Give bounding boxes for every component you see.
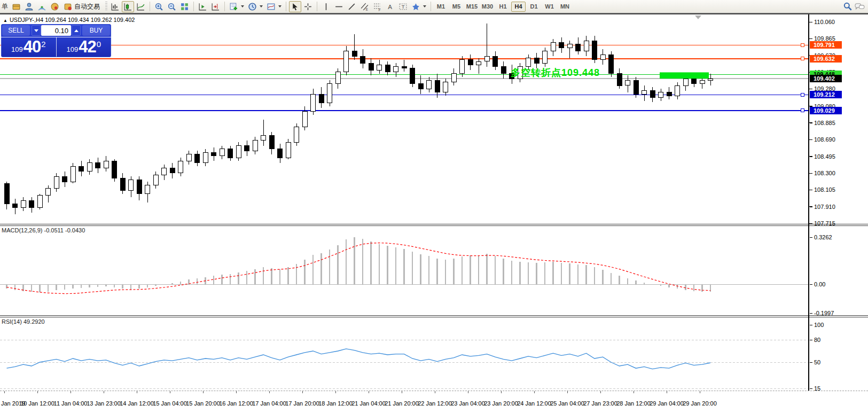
rsi-scale-label: 15 [814,385,820,392]
time-axis[interactable]: Jan 201910 Jan 12:0011 Jan 04:0013 Jan 2… [0,391,868,413]
volume-input[interactable]: 0.10 [41,25,71,36]
timeframe-button-mn[interactable]: MN [558,2,572,12]
level-line-handle[interactable] [801,43,804,46]
volume-decrease-button[interactable] [32,25,41,36]
periods-clock-icon[interactable] [246,1,259,12]
timeframe-button-m1[interactable]: M1 [434,2,448,12]
buy-price[interactable]: 109 42 0 [57,37,112,57]
text-label-icon[interactable]: T [397,1,409,12]
time-tick-mark [501,391,502,393]
new-order-partial-label[interactable]: 单 [0,2,10,11]
time-tick-mark [137,391,137,393]
zoom-out-icon[interactable] [166,1,178,12]
toolbar-right-group [841,1,866,12]
price-level-badge: 109.402 [810,75,842,82]
auto-trading-button[interactable]: 自动交易 [61,1,104,12]
buy-price-handle: 109 [66,45,78,53]
macd-indicator-label: MACD(12,26,9) -0.0511 -0.0430 [2,227,85,233]
pivot-annotation-text: 多空转折点109.448 [511,66,600,79]
time-axis-label: 15 Jan 04:00 [153,400,187,407]
signals-icon[interactable] [36,1,48,12]
order-book-icon[interactable] [10,1,22,12]
search-icon[interactable] [841,1,854,12]
timeframe-button-m5[interactable]: M5 [449,2,464,12]
timeframe-button-m15[interactable]: M15 [465,2,479,12]
rsi-panel-separator[interactable] [0,315,868,317]
price-tick-label: 107.715 [814,220,835,227]
bar-chart-icon[interactable] [109,1,121,12]
templates-icon[interactable] [265,1,277,12]
timeframe-button-w1[interactable]: W1 [542,2,557,12]
zoom-in-icon[interactable] [153,1,165,12]
price-level-badge: 109.029 [810,107,842,114]
horizontal-line-icon[interactable] [333,1,345,12]
chart-shift-icon[interactable] [209,1,222,12]
svg-text:A: A [388,3,392,10]
time-axis-label: 10 Jan 12:00 [20,400,54,407]
time-tick-mark [170,391,170,393]
level-line-handle[interactable] [801,109,804,112]
time-tick-mark [435,391,435,393]
arrows-dropdown-caret[interactable] [423,5,426,7]
timeframe-button-h1[interactable]: H1 [496,2,510,12]
text-tool-icon[interactable]: A [384,1,396,12]
time-tick-mark [667,391,667,393]
candlestick-chart-icon[interactable] [122,1,134,12]
chart-shift-marker-icon[interactable] [695,15,701,19]
tile-windows-icon[interactable] [178,1,191,12]
new-order-icon[interactable] [228,1,240,12]
timeframe-button-h4[interactable]: H4 [511,2,526,12]
highlight-zone[interactable] [660,72,709,79]
auto-trading-label: 自动交易 [73,2,101,11]
time-tick-mark [402,391,402,393]
toolbar-separator [193,2,194,11]
expand-triangle-icon[interactable]: ▲ [3,18,7,23]
timeframe-button-m30[interactable]: M30 [480,2,495,12]
auto-scroll-icon[interactable] [197,1,209,12]
trade-panel-price-row: 109 40 2 109 42 0 [1,37,111,57]
chart-canvas[interactable] [0,0,868,413]
trendline-icon[interactable] [346,1,358,12]
sell-price-pips: 40 [24,37,41,57]
price-axis-line [808,14,809,391]
level-line-handle[interactable] [801,93,804,96]
accounts-icon[interactable] [23,1,35,12]
time-tick-mark [302,391,303,393]
level-line-handle[interactable] [801,57,804,60]
time-tick-mark [600,391,601,393]
macd-panel-separator[interactable] [0,224,868,226]
vertical-line-icon[interactable] [320,1,332,12]
fibonacci-icon[interactable]: F [371,1,384,12]
rsi-scale-label: 80 [814,336,820,344]
rsi-line [7,349,711,369]
time-axis-label: 14 Jan 12:00 [120,400,154,407]
sell-button[interactable]: SELL [2,25,30,36]
time-axis-label: 25 Jan 04:00 [550,400,584,407]
chevron-up-icon [74,29,79,32]
buy-button[interactable]: BUY [82,25,110,36]
equidistant-channel-icon[interactable]: E [358,1,371,12]
crosshair-icon[interactable] [302,1,314,12]
time-axis-label: 27 Jan 23:00 [583,400,617,407]
symbol-ohlc-text: USDJPY-,H4 109.264 109.434 109.262 109.4… [10,17,135,23]
templates-dropdown-caret[interactable] [278,5,281,7]
line-chart-icon[interactable] [135,1,147,12]
time-tick-mark [700,391,700,393]
market-icon[interactable] [49,1,61,12]
cursor-icon[interactable] [289,1,301,12]
time-tick-mark [104,391,104,393]
volume-stepper: 0.10 [32,25,81,36]
sell-price-point: 2 [41,40,45,49]
time-tick-mark [567,391,568,393]
rsi-indicator-label: RSI(14) 49.2920 [2,318,45,325]
new-order-dropdown-caret[interactable] [241,5,244,7]
price-tick-label: 108.495 [814,153,835,160]
timeframe-button-d1[interactable]: D1 [527,2,541,12]
volume-increase-button[interactable] [72,25,81,36]
arrows-tool-icon[interactable] [410,1,422,12]
chat-icon[interactable] [854,1,866,12]
buy-price-point: 0 [97,40,101,49]
periods-dropdown-caret[interactable] [260,5,263,7]
sell-price[interactable]: 109 40 2 [1,37,57,57]
sell-price-handle: 109 [11,45,23,53]
